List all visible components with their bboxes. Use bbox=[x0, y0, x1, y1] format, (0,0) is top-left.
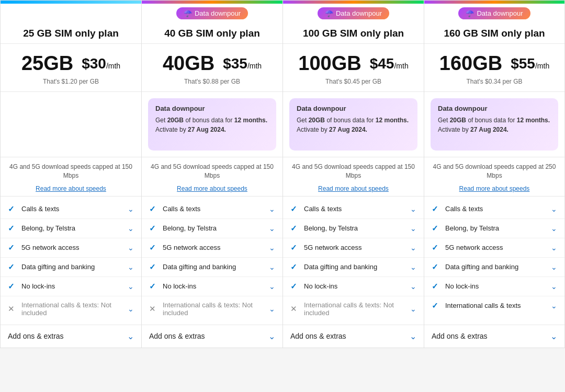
feature-row[interactable]: ✕International calls & texts: Not includ… bbox=[283, 296, 424, 321]
check-icon: ✓ bbox=[432, 301, 441, 310]
speed-section: 4G and 5G download speeds capped at 250 … bbox=[424, 157, 564, 196]
cross-icon: ✕ bbox=[8, 304, 17, 314]
expand-chevron-icon[interactable]: ⌄ bbox=[551, 205, 557, 213]
addons-row[interactable]: Add ons & extras ⌄ bbox=[424, 325, 564, 348]
expand-chevron-icon[interactable]: ⌄ bbox=[269, 244, 275, 252]
promo-title: Data downpour bbox=[297, 105, 410, 112]
data-amount: 100GB bbox=[298, 52, 361, 75]
feature-row[interactable]: ✓Calls & texts⌄ bbox=[1, 200, 141, 219]
expand-chevron-icon[interactable]: ⌄ bbox=[551, 282, 557, 291]
addons-chevron-icon[interactable]: ⌄ bbox=[268, 331, 275, 341]
feature-row[interactable]: ✓No lock-ins⌄ bbox=[1, 277, 141, 296]
expand-chevron-icon[interactable]: ⌄ bbox=[269, 263, 275, 271]
expand-chevron-icon[interactable]: ⌄ bbox=[410, 205, 416, 213]
check-icon: ✓ bbox=[290, 262, 300, 272]
expand-chevron-icon[interactable]: ⌄ bbox=[410, 305, 416, 313]
per-gb-text: That's $0.34 per GB bbox=[424, 77, 564, 91]
promo-title: Data downpour bbox=[155, 105, 269, 112]
addons-row[interactable]: Add ons & extras ⌄ bbox=[142, 325, 282, 348]
check-icon: ✓ bbox=[290, 224, 300, 233]
addons-chevron-icon[interactable]: ⌄ bbox=[550, 331, 557, 341]
feature-row[interactable]: ✓Data gifting and banking⌄ bbox=[142, 258, 282, 277]
expand-chevron-icon[interactable]: ⌄ bbox=[269, 305, 275, 313]
expand-chevron-icon[interactable]: ⌄ bbox=[128, 282, 134, 291]
promo-box: Data downpour Get 20GB of bonus data for… bbox=[431, 98, 558, 151]
promo-body: Get 20GB of bonus data for 12 months.Act… bbox=[438, 116, 551, 134]
feature-row[interactable]: ✓No lock-ins⌄ bbox=[424, 277, 564, 296]
feature-label: Calls & texts bbox=[21, 205, 123, 213]
expand-chevron-icon[interactable]: ⌄ bbox=[410, 282, 416, 291]
feature-row[interactable]: ✓No lock-ins⌄ bbox=[142, 277, 282, 296]
check-icon: ✓ bbox=[290, 204, 300, 214]
feature-row[interactable]: ✓Belong, by Telstra⌄ bbox=[424, 219, 564, 238]
badge-icon: ☂️ bbox=[325, 9, 333, 17]
check-icon: ✓ bbox=[432, 282, 441, 291]
feature-row[interactable]: ✓Calls & texts⌄ bbox=[424, 200, 564, 219]
feature-row[interactable]: ✓Data gifting and banking⌄ bbox=[283, 258, 424, 277]
price-value: $55/mth bbox=[511, 55, 549, 72]
plan-card-plan-40gb: ☂️Data downpour40 GB SIM only plan 40GB … bbox=[141, 0, 282, 348]
feature-row[interactable]: ✓Belong, by Telstra⌄ bbox=[142, 219, 282, 238]
expand-chevron-icon[interactable]: ⌄ bbox=[128, 263, 134, 271]
features-section: ✓Calls & texts⌄✓Belong, by Telstra⌄✓5G n… bbox=[424, 196, 564, 325]
expand-chevron-icon[interactable]: ⌄ bbox=[269, 205, 275, 213]
check-icon: ✓ bbox=[8, 224, 17, 233]
feature-row[interactable]: ✓Calls & texts⌄ bbox=[283, 200, 424, 219]
expand-chevron-icon[interactable]: ⌄ bbox=[410, 244, 416, 252]
feature-row[interactable]: ✓5G network access⌄ bbox=[1, 238, 141, 258]
feature-row[interactable]: ✓Belong, by Telstra⌄ bbox=[1, 219, 141, 238]
expand-chevron-icon[interactable]: ⌄ bbox=[551, 224, 557, 233]
feature-row[interactable]: ✓No lock-ins⌄ bbox=[283, 277, 424, 296]
section-divider bbox=[142, 91, 282, 92]
feature-row[interactable]: ✕International calls & texts: Not includ… bbox=[1, 296, 141, 321]
expand-chevron-icon[interactable]: ⌄ bbox=[128, 305, 134, 313]
feature-row[interactable]: ✓5G network access⌄ bbox=[142, 238, 282, 258]
expand-chevron-icon[interactable]: ⌄ bbox=[410, 263, 416, 271]
price-block: $35/mth bbox=[223, 55, 262, 72]
speed-link[interactable]: Read more about speeds bbox=[177, 185, 247, 192]
expand-chevron-icon[interactable]: ⌄ bbox=[269, 224, 275, 233]
promo-empty bbox=[7, 98, 135, 151]
check-icon: ✓ bbox=[290, 282, 300, 291]
addons-row[interactable]: Add ons & extras ⌄ bbox=[1, 325, 141, 348]
feature-row[interactable]: ✓5G network access⌄ bbox=[424, 238, 564, 258]
price-period: /mth bbox=[535, 62, 549, 70]
promo-box: Data downpour Get 20GB of bonus data for… bbox=[289, 98, 417, 151]
feature-row[interactable]: ✓International calls & texts⌄ bbox=[424, 296, 564, 315]
addons-chevron-icon[interactable]: ⌄ bbox=[410, 331, 416, 341]
feature-label: Belong, by Telstra bbox=[163, 224, 265, 232]
data-amount: 160GB bbox=[439, 52, 502, 75]
expand-chevron-icon[interactable]: ⌄ bbox=[128, 205, 134, 213]
speed-link[interactable]: Read more about speeds bbox=[318, 185, 389, 192]
badge-area: ☂️Data downpour bbox=[424, 4, 564, 22]
feature-label: 5G network access bbox=[445, 244, 547, 251]
expand-chevron-icon[interactable]: ⌄ bbox=[551, 302, 557, 310]
price-value: $35/mth bbox=[223, 55, 262, 72]
per-gb-text: That's $1.20 per GB bbox=[1, 77, 141, 91]
addons-label: Add ons & extras bbox=[432, 332, 488, 340]
feature-row[interactable]: ✓Data gifting and banking⌄ bbox=[424, 258, 564, 277]
feature-row[interactable]: ✕International calls & texts: Not includ… bbox=[142, 296, 282, 321]
expand-chevron-icon[interactable]: ⌄ bbox=[551, 244, 557, 252]
expand-chevron-icon[interactable]: ⌄ bbox=[551, 263, 557, 271]
expand-chevron-icon[interactable]: ⌄ bbox=[128, 244, 134, 252]
feature-row[interactable]: ✓Belong, by Telstra⌄ bbox=[283, 219, 424, 238]
expand-chevron-icon[interactable]: ⌄ bbox=[410, 224, 416, 233]
section-divider bbox=[424, 91, 564, 92]
speed-link[interactable]: Read more about speeds bbox=[36, 185, 106, 192]
speed-link[interactable]: Read more about speeds bbox=[459, 185, 530, 192]
feature-row[interactable]: ✓5G network access⌄ bbox=[283, 238, 424, 258]
plan-card-plan-100gb: ☂️Data downpour100 GB SIM only plan 100G… bbox=[282, 0, 424, 348]
feature-row[interactable]: ✓Data gifting and banking⌄ bbox=[1, 258, 141, 277]
expand-chevron-icon[interactable]: ⌄ bbox=[128, 224, 134, 233]
promo-badge: ☂️Data downpour bbox=[318, 7, 389, 19]
price-period: /mth bbox=[247, 62, 262, 70]
feature-row[interactable]: ✓Calls & texts⌄ bbox=[142, 200, 282, 219]
expand-chevron-icon[interactable]: ⌄ bbox=[269, 282, 275, 291]
addons-label: Add ons & extras bbox=[149, 332, 205, 340]
feature-label: Belong, by Telstra bbox=[304, 224, 406, 232]
feature-label: No lock-ins bbox=[304, 282, 406, 290]
addons-chevron-icon[interactable]: ⌄ bbox=[127, 331, 134, 341]
badge-icon: ☂️ bbox=[466, 9, 474, 17]
addons-row[interactable]: Add ons & extras ⌄ bbox=[283, 325, 424, 348]
